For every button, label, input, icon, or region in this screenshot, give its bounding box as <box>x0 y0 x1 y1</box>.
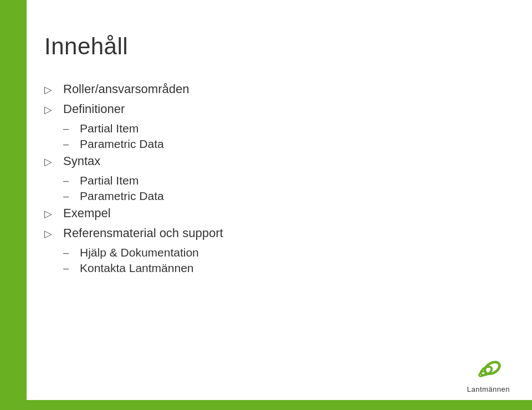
sub-item-label: Hjälp & Dokumentation <box>80 246 199 259</box>
sub-item-label: Parametric Data <box>80 137 164 151</box>
svg-point-1 <box>479 365 493 377</box>
list-item: – Kontakta Lantmännen <box>63 262 510 275</box>
lantmannen-logo-icon <box>473 354 503 384</box>
logo-text: Lantmännen <box>467 385 510 393</box>
sub-item-label: Kontakta Lantmännen <box>80 262 194 275</box>
main-content: Innehåll ▷ Roller/ansvarsområden ▷ Defin… <box>44 33 510 388</box>
sub-list: – Hjälp & Dokumentation – Kontakta Lantm… <box>63 246 510 275</box>
triangle-icon: ▷ <box>44 82 60 96</box>
item-label: Exempel <box>63 206 111 221</box>
sub-item-label: Partial Item <box>80 174 139 187</box>
triangle-icon: ▷ <box>44 226 60 240</box>
item-label: Roller/ansvarsområden <box>63 82 189 96</box>
logo-area: Lantmännen <box>467 354 510 393</box>
dash-icon: – <box>63 263 76 274</box>
item-label: Syntax <box>63 154 100 168</box>
list-item: ▷ Syntax – Partial Item – Parametric Dat… <box>44 154 510 203</box>
list-item: ▷ Definitioner – Partial Item – Parametr… <box>44 102 510 151</box>
item-label: Definitioner <box>63 102 125 116</box>
item-label: Referensmaterial och support <box>63 226 223 240</box>
list-item: – Parametric Data <box>63 137 510 151</box>
list-item: ▷ Exempel <box>44 206 510 221</box>
left-bar <box>0 0 27 410</box>
list-item: ▷ Roller/ansvarsområden <box>44 82 510 96</box>
dash-icon: – <box>63 191 76 202</box>
sub-list: – Partial Item – Parametric Data <box>63 174 510 203</box>
list-item: – Partial Item <box>63 174 510 187</box>
sub-list: – Partial Item – Parametric Data <box>63 122 510 151</box>
dash-icon: – <box>63 175 76 187</box>
sub-item-label: Parametric Data <box>80 189 164 203</box>
triangle-icon: ▷ <box>44 206 60 220</box>
dash-icon: – <box>63 247 76 259</box>
dash-icon: – <box>63 139 76 150</box>
page-title: Innehåll <box>44 33 510 60</box>
dash-icon: – <box>63 123 76 135</box>
list-item: ▷ Referensmaterial och support – Hjälp &… <box>44 226 510 275</box>
list-item: – Partial Item <box>63 122 510 135</box>
triangle-icon: ▷ <box>44 102 60 116</box>
list-item: – Hjälp & Dokumentation <box>63 246 510 259</box>
list-item: – Parametric Data <box>63 189 510 203</box>
bottom-bar <box>0 400 532 410</box>
sub-item-label: Partial Item <box>80 122 139 135</box>
menu-list: ▷ Roller/ansvarsområden ▷ Definitioner –… <box>44 82 510 275</box>
triangle-icon: ▷ <box>44 154 60 168</box>
